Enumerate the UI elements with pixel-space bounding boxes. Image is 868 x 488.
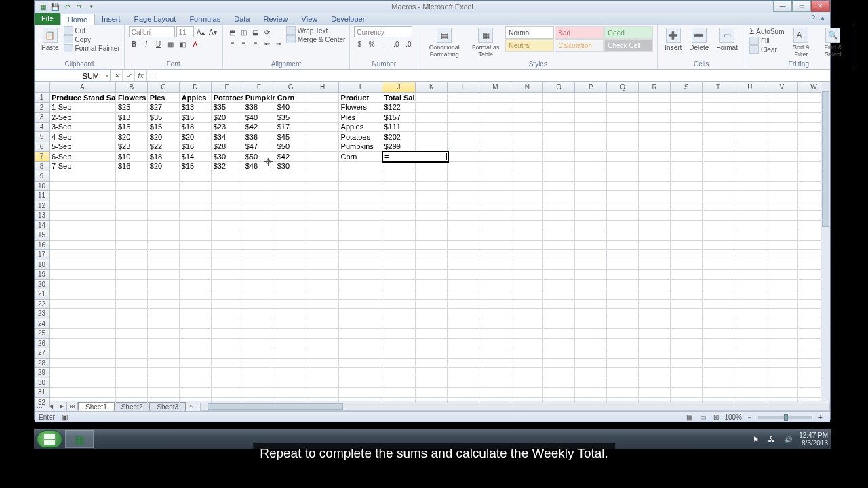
cell-I11[interactable] bbox=[339, 191, 382, 201]
cell-I27[interactable] bbox=[339, 348, 382, 359]
cell-L23[interactable] bbox=[448, 309, 479, 319]
cell-Q1[interactable] bbox=[607, 93, 639, 103]
cell-J1[interactable]: Total Sales bbox=[382, 93, 416, 103]
cell-N12[interactable] bbox=[511, 201, 543, 211]
cell-C22[interactable] bbox=[148, 300, 180, 310]
cell-U21[interactable] bbox=[734, 289, 766, 300]
cell-P11[interactable] bbox=[575, 191, 607, 201]
cell-G18[interactable] bbox=[275, 260, 307, 270]
cell-E4[interactable]: $23 bbox=[212, 123, 243, 133]
cell-C21[interactable] bbox=[148, 289, 180, 300]
cell-A2[interactable]: 1-Sep bbox=[50, 103, 116, 113]
find-select-button[interactable]: 🔍Find & Select bbox=[818, 26, 848, 59]
column-header-V[interactable]: V bbox=[766, 82, 798, 92]
column-header-H[interactable]: H bbox=[307, 82, 339, 92]
cell-B27[interactable] bbox=[116, 348, 148, 359]
cell-D12[interactable] bbox=[180, 201, 212, 211]
cell-T29[interactable] bbox=[703, 368, 734, 378]
cell-F8[interactable]: $46 bbox=[243, 162, 275, 172]
cell-A28[interactable] bbox=[50, 359, 116, 369]
save-icon[interactable]: 💾 bbox=[50, 2, 60, 12]
view-break-icon[interactable]: ⊞ bbox=[711, 412, 722, 423]
cell-S15[interactable] bbox=[671, 230, 703, 241]
cell-Q6[interactable] bbox=[607, 142, 639, 152]
cell-R18[interactable] bbox=[639, 260, 671, 270]
cell-D6[interactable]: $16 bbox=[180, 142, 212, 152]
sort-filter-button[interactable]: A↓Sort & Filter bbox=[786, 26, 816, 59]
cell-V18[interactable] bbox=[766, 260, 798, 270]
cell-P7[interactable] bbox=[575, 152, 607, 162]
cell-S27[interactable] bbox=[671, 348, 703, 359]
cell-B13[interactable] bbox=[116, 211, 148, 221]
cell-O10[interactable] bbox=[543, 182, 575, 192]
cell-J7[interactable] bbox=[382, 152, 416, 162]
cell-E10[interactable] bbox=[212, 182, 243, 192]
ribbon-minimize-icon[interactable]: ▲ bbox=[819, 14, 826, 22]
cell-P14[interactable] bbox=[575, 221, 607, 231]
cell-C12[interactable] bbox=[148, 201, 180, 211]
cell-D26[interactable] bbox=[180, 339, 212, 349]
row-header-31[interactable]: 31 bbox=[35, 388, 50, 398]
cell-C8[interactable]: $20 bbox=[148, 162, 180, 172]
cell-F7[interactable]: $50 bbox=[243, 152, 275, 162]
cell-G10[interactable] bbox=[275, 182, 307, 192]
cell-T1[interactable] bbox=[703, 93, 734, 103]
cell-M16[interactable] bbox=[479, 241, 511, 251]
cell-C14[interactable] bbox=[148, 221, 180, 231]
cell-P16[interactable] bbox=[575, 241, 607, 251]
increase-font-icon[interactable]: A▴ bbox=[195, 26, 206, 37]
cell-R6[interactable] bbox=[639, 142, 671, 152]
cell-S5[interactable] bbox=[671, 132, 703, 142]
cell-M21[interactable] bbox=[479, 289, 511, 300]
row-header-29[interactable]: 29 bbox=[35, 368, 50, 378]
cell-L9[interactable] bbox=[448, 171, 479, 182]
cell-U26[interactable] bbox=[734, 339, 766, 349]
cell-A20[interactable] bbox=[50, 280, 116, 290]
cell-G6[interactable]: $50 bbox=[275, 142, 307, 152]
cell-D23[interactable] bbox=[180, 309, 212, 319]
zoom-out-button[interactable]: − bbox=[745, 412, 755, 423]
cell-V22[interactable] bbox=[766, 300, 798, 310]
cell-C17[interactable] bbox=[148, 250, 180, 260]
cell-I23[interactable] bbox=[339, 309, 382, 319]
cell-B14[interactable] bbox=[116, 221, 148, 231]
cancel-formula-button[interactable]: ✕ bbox=[111, 70, 123, 81]
cell-H11[interactable] bbox=[307, 191, 339, 201]
cell-L10[interactable] bbox=[448, 182, 479, 192]
cell-S23[interactable] bbox=[671, 309, 703, 319]
cell-C28[interactable] bbox=[148, 359, 180, 369]
cell-M4[interactable] bbox=[479, 123, 511, 133]
cell-A16[interactable] bbox=[50, 241, 116, 251]
cell-S13[interactable] bbox=[671, 211, 703, 221]
cell-O22[interactable] bbox=[543, 300, 575, 310]
cell-O7[interactable] bbox=[543, 152, 575, 162]
cell-R27[interactable] bbox=[639, 348, 671, 359]
cell-B2[interactable]: $25 bbox=[116, 103, 148, 113]
cell-B6[interactable]: $23 bbox=[116, 142, 148, 152]
cell-V11[interactable] bbox=[766, 191, 798, 201]
cell-M30[interactable] bbox=[479, 378, 511, 388]
cell-O20[interactable] bbox=[543, 280, 575, 290]
cell-T4[interactable] bbox=[703, 123, 734, 133]
cell-M22[interactable] bbox=[479, 300, 511, 310]
cell-Q10[interactable] bbox=[607, 182, 639, 192]
tab-developer[interactable]: Developer bbox=[324, 14, 372, 25]
cell-U18[interactable] bbox=[734, 260, 766, 270]
cell-H2[interactable] bbox=[307, 103, 339, 113]
cell-D30[interactable] bbox=[180, 378, 212, 388]
cell-J19[interactable] bbox=[382, 270, 416, 280]
align-right-icon[interactable]: ≡ bbox=[250, 38, 261, 49]
row-header-22[interactable]: 22 bbox=[35, 300, 50, 310]
cell-D19[interactable] bbox=[180, 270, 212, 280]
cell-K24[interactable] bbox=[416, 319, 448, 329]
row-header-15[interactable]: 15 bbox=[35, 230, 50, 241]
cell-D18[interactable] bbox=[180, 260, 212, 270]
cell-R12[interactable] bbox=[639, 201, 671, 211]
cell-A1[interactable]: Produce Stand Sales bbox=[50, 93, 116, 103]
cell-N14[interactable] bbox=[511, 221, 543, 231]
cell-M20[interactable] bbox=[479, 280, 511, 290]
format-as-table-button[interactable]: ▦ Format as Table bbox=[468, 26, 503, 59]
cell-U25[interactable] bbox=[734, 329, 766, 339]
cell-N21[interactable] bbox=[511, 289, 543, 300]
cell-L7[interactable] bbox=[448, 152, 479, 162]
